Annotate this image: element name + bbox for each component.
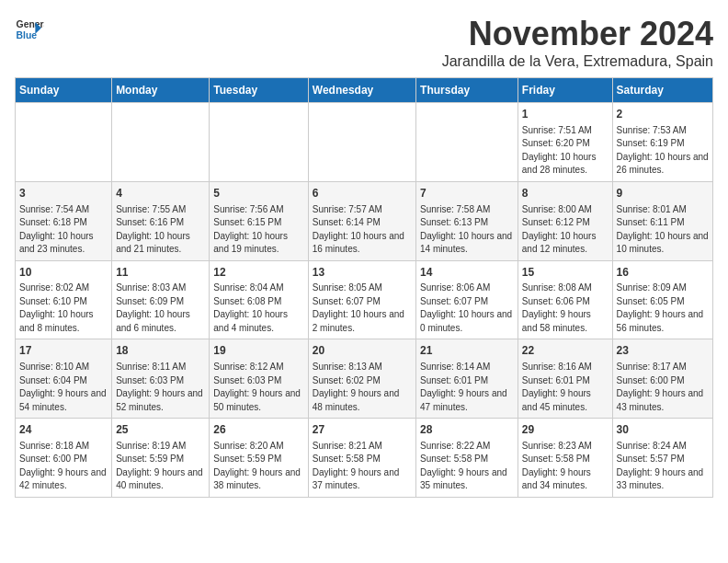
day-info: Sunrise: 7:51 AM Sunset: 6:20 PM Dayligh… (522, 124, 609, 178)
calendar-week-4: 17Sunrise: 8:10 AM Sunset: 6:04 PM Dayli… (16, 339, 713, 419)
day-number: 29 (522, 422, 609, 438)
weekday-header-sunday: Sunday (16, 78, 112, 103)
calendar-cell (112, 103, 210, 182)
calendar-cell: 8Sunrise: 8:00 AM Sunset: 6:12 PM Daylig… (518, 181, 612, 260)
day-info: Sunrise: 7:56 AM Sunset: 6:15 PM Dayligh… (213, 203, 303, 257)
day-number: 30 (617, 422, 709, 438)
day-info: Sunrise: 8:20 AM Sunset: 5:59 PM Dayligh… (213, 440, 303, 493)
day-info: Sunrise: 8:18 AM Sunset: 6:00 PM Dayligh… (19, 440, 108, 493)
calendar-cell (308, 103, 415, 182)
weekday-header-friday: Friday (518, 78, 612, 103)
day-info: Sunrise: 8:05 AM Sunset: 6:07 PM Dayligh… (313, 282, 412, 335)
day-info: Sunrise: 8:09 AM Sunset: 6:05 PM Dayligh… (617, 282, 709, 335)
day-info: Sunrise: 8:19 AM Sunset: 5:59 PM Dayligh… (116, 440, 205, 493)
day-number: 11 (116, 265, 205, 281)
calendar-cell: 24Sunrise: 8:18 AM Sunset: 6:00 PM Dayli… (16, 419, 112, 498)
day-number: 28 (420, 422, 514, 438)
day-number: 8 (522, 186, 609, 201)
calendar-cell: 11Sunrise: 8:03 AM Sunset: 6:09 PM Dayli… (112, 260, 210, 339)
day-info: Sunrise: 8:01 AM Sunset: 6:11 PM Dayligh… (617, 203, 709, 257)
calendar-week-5: 24Sunrise: 8:18 AM Sunset: 6:00 PM Dayli… (16, 419, 713, 498)
day-info: Sunrise: 8:24 AM Sunset: 5:57 PM Dayligh… (617, 440, 709, 493)
day-number: 17 (19, 343, 108, 359)
calendar-cell: 21Sunrise: 8:14 AM Sunset: 6:01 PM Dayli… (416, 339, 518, 419)
weekday-header-wednesday: Wednesday (308, 78, 415, 103)
calendar-cell: 13Sunrise: 8:05 AM Sunset: 6:07 PM Dayli… (308, 260, 415, 339)
calendar-table: SundayMondayTuesdayWednesdayThursdayFrid… (15, 77, 713, 498)
calendar-week-1: 1Sunrise: 7:51 AM Sunset: 6:20 PM Daylig… (16, 103, 713, 182)
day-number: 26 (213, 422, 303, 438)
day-number: 13 (313, 265, 412, 281)
logo: General Blue (15, 15, 44, 44)
day-info: Sunrise: 8:12 AM Sunset: 6:03 PM Dayligh… (213, 361, 303, 414)
day-number: 4 (116, 186, 205, 201)
day-info: Sunrise: 8:23 AM Sunset: 5:58 PM Dayligh… (522, 440, 609, 493)
day-info: Sunrise: 8:00 AM Sunset: 6:12 PM Dayligh… (522, 203, 609, 257)
calendar-cell: 7Sunrise: 7:58 AM Sunset: 6:13 PM Daylig… (416, 181, 518, 260)
weekday-header-saturday: Saturday (612, 78, 712, 103)
day-number: 22 (522, 343, 609, 359)
calendar-cell (416, 103, 518, 182)
day-info: Sunrise: 7:55 AM Sunset: 6:16 PM Dayligh… (116, 203, 205, 257)
day-info: Sunrise: 8:11 AM Sunset: 6:03 PM Dayligh… (116, 361, 205, 414)
calendar-cell: 3Sunrise: 7:54 AM Sunset: 6:18 PM Daylig… (16, 181, 112, 260)
day-info: Sunrise: 8:21 AM Sunset: 5:58 PM Dayligh… (313, 440, 412, 493)
calendar-cell: 22Sunrise: 8:16 AM Sunset: 6:01 PM Dayli… (518, 339, 612, 419)
day-info: Sunrise: 8:02 AM Sunset: 6:10 PM Dayligh… (19, 282, 108, 335)
calendar-cell: 15Sunrise: 8:08 AM Sunset: 6:06 PM Dayli… (518, 260, 612, 339)
day-number: 21 (420, 343, 514, 359)
calendar-cell: 19Sunrise: 8:12 AM Sunset: 6:03 PM Dayli… (210, 339, 308, 419)
day-info: Sunrise: 7:57 AM Sunset: 6:14 PM Dayligh… (313, 203, 412, 257)
day-number: 9 (617, 186, 709, 201)
day-info: Sunrise: 8:17 AM Sunset: 6:00 PM Dayligh… (617, 361, 709, 414)
day-number: 2 (617, 107, 709, 122)
month-title: November 2024 (442, 15, 713, 53)
day-info: Sunrise: 8:22 AM Sunset: 5:58 PM Dayligh… (420, 440, 514, 493)
calendar-cell: 29Sunrise: 8:23 AM Sunset: 5:58 PM Dayli… (518, 419, 612, 498)
weekday-header-row: SundayMondayTuesdayWednesdayThursdayFrid… (16, 78, 713, 103)
day-info: Sunrise: 7:58 AM Sunset: 6:13 PM Dayligh… (420, 203, 514, 257)
day-info: Sunrise: 7:54 AM Sunset: 6:18 PM Dayligh… (19, 203, 108, 257)
calendar-cell (16, 103, 112, 182)
day-number: 10 (19, 265, 108, 281)
calendar-cell: 14Sunrise: 8:06 AM Sunset: 6:07 PM Dayli… (416, 260, 518, 339)
calendar-cell: 25Sunrise: 8:19 AM Sunset: 5:59 PM Dayli… (112, 419, 210, 498)
day-info: Sunrise: 8:06 AM Sunset: 6:07 PM Dayligh… (420, 282, 514, 335)
day-number: 15 (522, 265, 609, 281)
calendar-cell: 28Sunrise: 8:22 AM Sunset: 5:58 PM Dayli… (416, 419, 518, 498)
day-number: 1 (522, 107, 609, 122)
calendar-cell: 20Sunrise: 8:13 AM Sunset: 6:02 PM Dayli… (308, 339, 415, 419)
day-number: 5 (213, 186, 303, 201)
day-info: Sunrise: 8:13 AM Sunset: 6:02 PM Dayligh… (313, 361, 412, 414)
weekday-header-monday: Monday (112, 78, 210, 103)
day-info: Sunrise: 8:16 AM Sunset: 6:01 PM Dayligh… (522, 361, 609, 414)
weekday-header-tuesday: Tuesday (210, 78, 308, 103)
calendar-cell: 10Sunrise: 8:02 AM Sunset: 6:10 PM Dayli… (16, 260, 112, 339)
day-info: Sunrise: 8:04 AM Sunset: 6:08 PM Dayligh… (213, 282, 303, 335)
day-info: Sunrise: 8:08 AM Sunset: 6:06 PM Dayligh… (522, 282, 609, 335)
title-section: November 2024 Jarandilla de la Vera, Ext… (442, 15, 713, 70)
calendar-cell: 9Sunrise: 8:01 AM Sunset: 6:11 PM Daylig… (612, 181, 712, 260)
day-info: Sunrise: 8:03 AM Sunset: 6:09 PM Dayligh… (116, 282, 205, 335)
calendar-cell: 26Sunrise: 8:20 AM Sunset: 5:59 PM Dayli… (210, 419, 308, 498)
calendar-cell: 2Sunrise: 7:53 AM Sunset: 6:19 PM Daylig… (612, 103, 712, 182)
calendar-cell: 27Sunrise: 8:21 AM Sunset: 5:58 PM Dayli… (308, 419, 415, 498)
location-title: Jarandilla de la Vera, Extremadura, Spai… (442, 53, 713, 70)
day-number: 16 (617, 265, 709, 281)
day-number: 18 (116, 343, 205, 359)
calendar-cell: 12Sunrise: 8:04 AM Sunset: 6:08 PM Dayli… (210, 260, 308, 339)
calendar-cell: 4Sunrise: 7:55 AM Sunset: 6:16 PM Daylig… (112, 181, 210, 260)
logo-icon: General Blue (15, 15, 44, 44)
calendar-cell (210, 103, 308, 182)
day-number: 7 (420, 186, 514, 201)
calendar-cell: 5Sunrise: 7:56 AM Sunset: 6:15 PM Daylig… (210, 181, 308, 260)
day-info: Sunrise: 7:53 AM Sunset: 6:19 PM Dayligh… (617, 124, 709, 178)
day-number: 27 (313, 422, 412, 438)
day-number: 20 (313, 343, 412, 359)
header: General Blue November 2024 Jarandilla de… (15, 15, 713, 70)
day-number: 12 (213, 265, 303, 281)
calendar-cell: 23Sunrise: 8:17 AM Sunset: 6:00 PM Dayli… (612, 339, 712, 419)
day-number: 24 (19, 422, 108, 438)
calendar-cell: 17Sunrise: 8:10 AM Sunset: 6:04 PM Dayli… (16, 339, 112, 419)
day-number: 25 (116, 422, 205, 438)
